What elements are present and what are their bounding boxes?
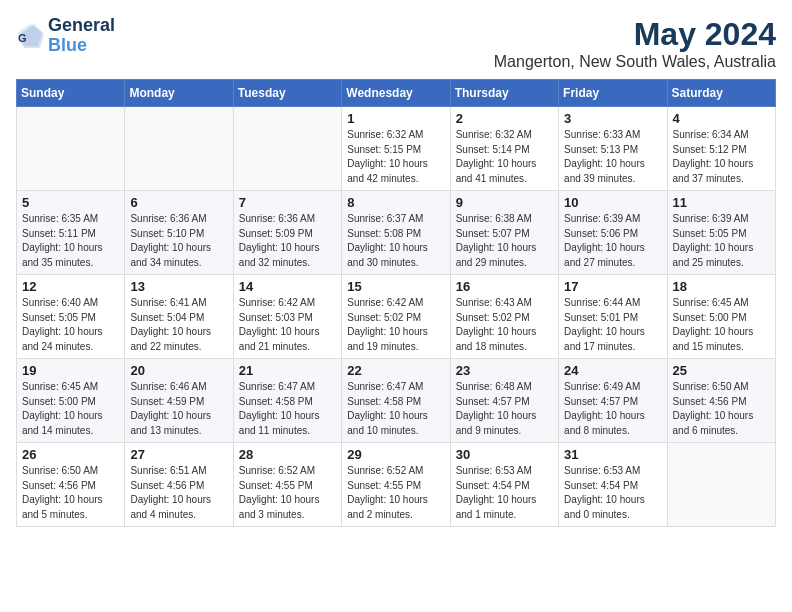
calendar-cell: 17Sunrise: 6:44 AM Sunset: 5:01 PM Dayli… xyxy=(559,275,667,359)
col-header-thursday: Thursday xyxy=(450,80,558,107)
day-number: 16 xyxy=(456,279,553,294)
day-info: Sunrise: 6:42 AM Sunset: 5:02 PM Dayligh… xyxy=(347,296,444,354)
calendar-cell: 3Sunrise: 6:33 AM Sunset: 5:13 PM Daylig… xyxy=(559,107,667,191)
calendar-cell: 21Sunrise: 6:47 AM Sunset: 4:58 PM Dayli… xyxy=(233,359,341,443)
calendar-cell: 6Sunrise: 6:36 AM Sunset: 5:10 PM Daylig… xyxy=(125,191,233,275)
day-number: 28 xyxy=(239,447,336,462)
day-number: 22 xyxy=(347,363,444,378)
day-number: 4 xyxy=(673,111,770,126)
day-info: Sunrise: 6:41 AM Sunset: 5:04 PM Dayligh… xyxy=(130,296,227,354)
calendar-cell: 26Sunrise: 6:50 AM Sunset: 4:56 PM Dayli… xyxy=(17,443,125,527)
day-number: 21 xyxy=(239,363,336,378)
day-number: 13 xyxy=(130,279,227,294)
day-info: Sunrise: 6:36 AM Sunset: 5:09 PM Dayligh… xyxy=(239,212,336,270)
logo-text: GeneralBlue xyxy=(48,16,115,56)
calendar-header-row: SundayMondayTuesdayWednesdayThursdayFrid… xyxy=(17,80,776,107)
calendar-cell: 22Sunrise: 6:47 AM Sunset: 4:58 PM Dayli… xyxy=(342,359,450,443)
day-info: Sunrise: 6:39 AM Sunset: 5:05 PM Dayligh… xyxy=(673,212,770,270)
day-info: Sunrise: 6:47 AM Sunset: 4:58 PM Dayligh… xyxy=(347,380,444,438)
calendar-table: SundayMondayTuesdayWednesdayThursdayFrid… xyxy=(16,79,776,527)
day-number: 10 xyxy=(564,195,661,210)
col-header-sunday: Sunday xyxy=(17,80,125,107)
day-number: 3 xyxy=(564,111,661,126)
calendar-cell: 13Sunrise: 6:41 AM Sunset: 5:04 PM Dayli… xyxy=(125,275,233,359)
day-info: Sunrise: 6:44 AM Sunset: 5:01 PM Dayligh… xyxy=(564,296,661,354)
day-number: 6 xyxy=(130,195,227,210)
calendar-cell xyxy=(125,107,233,191)
day-info: Sunrise: 6:53 AM Sunset: 4:54 PM Dayligh… xyxy=(456,464,553,522)
col-header-friday: Friday xyxy=(559,80,667,107)
month-year-title: May 2024 xyxy=(494,16,776,53)
day-number: 7 xyxy=(239,195,336,210)
day-number: 1 xyxy=(347,111,444,126)
day-number: 27 xyxy=(130,447,227,462)
day-number: 29 xyxy=(347,447,444,462)
calendar-cell: 30Sunrise: 6:53 AM Sunset: 4:54 PM Dayli… xyxy=(450,443,558,527)
day-info: Sunrise: 6:33 AM Sunset: 5:13 PM Dayligh… xyxy=(564,128,661,186)
day-number: 9 xyxy=(456,195,553,210)
day-info: Sunrise: 6:50 AM Sunset: 4:56 PM Dayligh… xyxy=(22,464,119,522)
day-info: Sunrise: 6:52 AM Sunset: 4:55 PM Dayligh… xyxy=(239,464,336,522)
calendar-cell: 8Sunrise: 6:37 AM Sunset: 5:08 PM Daylig… xyxy=(342,191,450,275)
calendar-cell: 5Sunrise: 6:35 AM Sunset: 5:11 PM Daylig… xyxy=(17,191,125,275)
location-subtitle: Mangerton, New South Wales, Australia xyxy=(494,53,776,71)
day-info: Sunrise: 6:34 AM Sunset: 5:12 PM Dayligh… xyxy=(673,128,770,186)
title-block: May 2024 Mangerton, New South Wales, Aus… xyxy=(494,16,776,71)
day-number: 25 xyxy=(673,363,770,378)
day-info: Sunrise: 6:51 AM Sunset: 4:56 PM Dayligh… xyxy=(130,464,227,522)
calendar-cell: 23Sunrise: 6:48 AM Sunset: 4:57 PM Dayli… xyxy=(450,359,558,443)
calendar-cell: 2Sunrise: 6:32 AM Sunset: 5:14 PM Daylig… xyxy=(450,107,558,191)
day-number: 20 xyxy=(130,363,227,378)
day-info: Sunrise: 6:49 AM Sunset: 4:57 PM Dayligh… xyxy=(564,380,661,438)
day-info: Sunrise: 6:40 AM Sunset: 5:05 PM Dayligh… xyxy=(22,296,119,354)
day-info: Sunrise: 6:35 AM Sunset: 5:11 PM Dayligh… xyxy=(22,212,119,270)
day-info: Sunrise: 6:53 AM Sunset: 4:54 PM Dayligh… xyxy=(564,464,661,522)
calendar-cell: 4Sunrise: 6:34 AM Sunset: 5:12 PM Daylig… xyxy=(667,107,775,191)
day-info: Sunrise: 6:50 AM Sunset: 4:56 PM Dayligh… xyxy=(673,380,770,438)
calendar-cell: 27Sunrise: 6:51 AM Sunset: 4:56 PM Dayli… xyxy=(125,443,233,527)
calendar-cell: 1Sunrise: 6:32 AM Sunset: 5:15 PM Daylig… xyxy=(342,107,450,191)
day-number: 19 xyxy=(22,363,119,378)
calendar-cell: 12Sunrise: 6:40 AM Sunset: 5:05 PM Dayli… xyxy=(17,275,125,359)
calendar-cell: 31Sunrise: 6:53 AM Sunset: 4:54 PM Dayli… xyxy=(559,443,667,527)
day-info: Sunrise: 6:45 AM Sunset: 5:00 PM Dayligh… xyxy=(673,296,770,354)
calendar-cell: 9Sunrise: 6:38 AM Sunset: 5:07 PM Daylig… xyxy=(450,191,558,275)
day-number: 26 xyxy=(22,447,119,462)
day-number: 5 xyxy=(22,195,119,210)
calendar-cell: 25Sunrise: 6:50 AM Sunset: 4:56 PM Dayli… xyxy=(667,359,775,443)
calendar-cell: 16Sunrise: 6:43 AM Sunset: 5:02 PM Dayli… xyxy=(450,275,558,359)
col-header-saturday: Saturday xyxy=(667,80,775,107)
day-number: 18 xyxy=(673,279,770,294)
day-number: 12 xyxy=(22,279,119,294)
logo: G GeneralBlue xyxy=(16,16,115,56)
calendar-week-row: 19Sunrise: 6:45 AM Sunset: 5:00 PM Dayli… xyxy=(17,359,776,443)
calendar-week-row: 12Sunrise: 6:40 AM Sunset: 5:05 PM Dayli… xyxy=(17,275,776,359)
day-number: 23 xyxy=(456,363,553,378)
calendar-cell: 29Sunrise: 6:52 AM Sunset: 4:55 PM Dayli… xyxy=(342,443,450,527)
day-info: Sunrise: 6:48 AM Sunset: 4:57 PM Dayligh… xyxy=(456,380,553,438)
day-info: Sunrise: 6:32 AM Sunset: 5:15 PM Dayligh… xyxy=(347,128,444,186)
day-number: 31 xyxy=(564,447,661,462)
calendar-week-row: 1Sunrise: 6:32 AM Sunset: 5:15 PM Daylig… xyxy=(17,107,776,191)
day-info: Sunrise: 6:45 AM Sunset: 5:00 PM Dayligh… xyxy=(22,380,119,438)
day-number: 2 xyxy=(456,111,553,126)
calendar-cell: 24Sunrise: 6:49 AM Sunset: 4:57 PM Dayli… xyxy=(559,359,667,443)
calendar-cell: 28Sunrise: 6:52 AM Sunset: 4:55 PM Dayli… xyxy=(233,443,341,527)
col-header-monday: Monday xyxy=(125,80,233,107)
day-number: 30 xyxy=(456,447,553,462)
day-number: 24 xyxy=(564,363,661,378)
calendar-cell: 19Sunrise: 6:45 AM Sunset: 5:00 PM Dayli… xyxy=(17,359,125,443)
calendar-week-row: 5Sunrise: 6:35 AM Sunset: 5:11 PM Daylig… xyxy=(17,191,776,275)
day-info: Sunrise: 6:36 AM Sunset: 5:10 PM Dayligh… xyxy=(130,212,227,270)
day-number: 17 xyxy=(564,279,661,294)
calendar-cell: 11Sunrise: 6:39 AM Sunset: 5:05 PM Dayli… xyxy=(667,191,775,275)
day-info: Sunrise: 6:47 AM Sunset: 4:58 PM Dayligh… xyxy=(239,380,336,438)
calendar-cell xyxy=(233,107,341,191)
svg-text:G: G xyxy=(18,32,27,44)
day-info: Sunrise: 6:52 AM Sunset: 4:55 PM Dayligh… xyxy=(347,464,444,522)
calendar-week-row: 26Sunrise: 6:50 AM Sunset: 4:56 PM Dayli… xyxy=(17,443,776,527)
col-header-wednesday: Wednesday xyxy=(342,80,450,107)
day-info: Sunrise: 6:37 AM Sunset: 5:08 PM Dayligh… xyxy=(347,212,444,270)
day-number: 11 xyxy=(673,195,770,210)
day-info: Sunrise: 6:46 AM Sunset: 4:59 PM Dayligh… xyxy=(130,380,227,438)
